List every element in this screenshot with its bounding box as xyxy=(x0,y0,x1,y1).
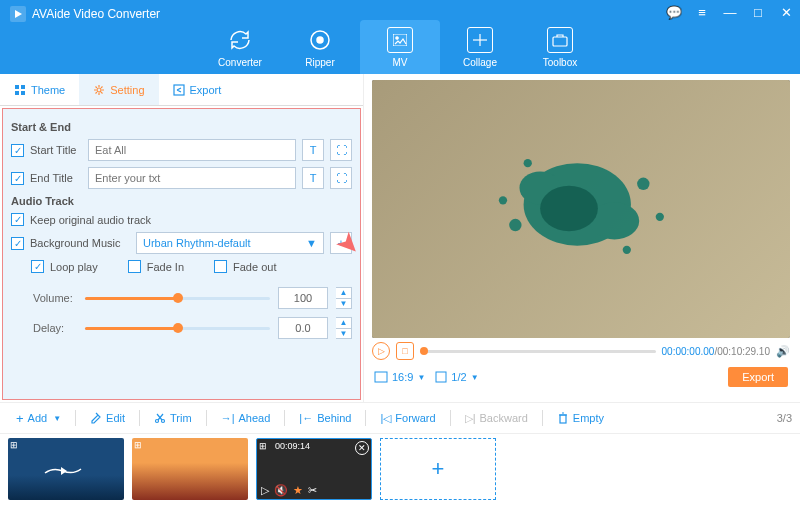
volume-label: Volume: xyxy=(33,292,77,304)
forward-button[interactable]: |◁Forward xyxy=(372,408,443,429)
add-clip-button[interactable]: + xyxy=(380,438,496,500)
nav-converter[interactable]: Converter xyxy=(200,20,280,74)
video-preview[interactable] xyxy=(372,80,790,338)
mute-icon[interactable]: 🔇 xyxy=(274,484,288,497)
time-display: 00:00:00.00/00:10:29.10 xyxy=(662,346,770,357)
scissors-icon[interactable]: ✂ xyxy=(308,484,317,497)
settings-panel: Start & End ✓ Start Title T ⛶ ✓ End Titl… xyxy=(2,108,361,400)
end-title-input[interactable] xyxy=(88,167,296,189)
end-title-expand-button[interactable]: ⛶ xyxy=(330,167,352,189)
playback-bar: ▷ □ 00:00:00.00/00:10:29.10 🔊 xyxy=(372,338,790,364)
window-controls: 💬 ≡ — □ ✕ xyxy=(666,4,794,20)
nav-toolbox[interactable]: Toolbox xyxy=(520,20,600,74)
title-area: AVAide Video Converter xyxy=(0,0,170,28)
clip-thumbnail-2[interactable]: ⊞ xyxy=(132,438,248,500)
svg-point-12 xyxy=(97,88,101,92)
maximize-icon[interactable]: □ xyxy=(750,4,766,20)
bg-music-checkbox[interactable]: ✓ xyxy=(11,237,24,250)
delay-value[interactable]: 0.0 xyxy=(278,317,328,339)
svg-point-18 xyxy=(637,178,649,190)
chevron-down-icon: ▼ xyxy=(306,237,317,249)
feedback-icon[interactable]: 💬 xyxy=(666,4,682,20)
svg-rect-11 xyxy=(21,91,25,95)
clip-thumbnail-3-selected[interactable]: ⊞ 00:09:14 ✕ ▷ 🔇 ★ ✂ xyxy=(256,438,372,500)
export-button[interactable]: Export xyxy=(728,367,788,387)
volume-icon[interactable]: 🔊 xyxy=(776,345,790,358)
delay-row: Delay: 0.0 ▲▼ xyxy=(11,317,352,339)
tab-setting[interactable]: Setting xyxy=(79,74,158,105)
bg-music-dropdown[interactable]: Urban Rhythm-default ▼ xyxy=(136,232,324,254)
close-icon[interactable]: ✕ xyxy=(778,4,794,20)
volume-slider[interactable] xyxy=(85,297,270,300)
empty-button[interactable]: Empty xyxy=(549,408,612,428)
grid-icon: ⊞ xyxy=(259,441,267,451)
clip-action-icons: ▷ 🔇 ★ ✂ xyxy=(261,484,317,497)
page-indicator: 3/3 xyxy=(777,412,792,424)
volume-spinner[interactable]: ▲▼ xyxy=(336,287,352,309)
delay-label: Delay: xyxy=(33,322,77,334)
ahead-button[interactable]: →|Ahead xyxy=(213,408,279,428)
stop-button[interactable]: □ xyxy=(396,342,414,360)
tab-theme[interactable]: Theme xyxy=(0,74,79,105)
delay-slider[interactable] xyxy=(85,327,270,330)
play-button[interactable]: ▷ xyxy=(372,342,390,360)
nav-ripper[interactable]: Ripper xyxy=(280,20,360,74)
zoom-dropdown[interactable]: 1/2 ▼ xyxy=(435,371,478,383)
right-pane: ▷ □ 00:00:00.00/00:10:29.10 🔊 16:9 ▼ 1/2… xyxy=(364,74,800,402)
grid-icon: ⊞ xyxy=(134,440,142,450)
start-title-row: ✓ Start Title T ⛶ xyxy=(11,139,352,161)
fade-out-checkbox[interactable] xyxy=(214,260,227,273)
svg-rect-13 xyxy=(174,85,184,95)
svg-rect-9 xyxy=(21,85,25,89)
collage-icon xyxy=(467,27,493,53)
preview-splash-graphic xyxy=(456,126,707,291)
content-area: Theme Setting Export Start & End ✓ Start… xyxy=(0,74,800,402)
clip-thumbnail-1[interactable]: ⊞ xyxy=(8,438,124,500)
start-title-text-style-button[interactable]: T xyxy=(302,139,324,161)
fade-in-checkbox[interactable] xyxy=(128,260,141,273)
svg-marker-0 xyxy=(15,10,22,18)
volume-row: Volume: 100 ▲▼ xyxy=(11,287,352,309)
tab-export[interactable]: Export xyxy=(159,74,236,105)
end-title-row: ✓ End Title T ⛶ xyxy=(11,167,352,189)
delay-spinner[interactable]: ▲▼ xyxy=(336,317,352,339)
nav-collage[interactable]: Collage xyxy=(440,20,520,74)
fade-in-label: Fade In xyxy=(147,261,184,273)
behind-button[interactable]: |←Behind xyxy=(291,408,359,428)
app-title: AVAide Video Converter xyxy=(32,7,160,21)
thumbnail-row: ⊞ ⊞ ⊞ 00:09:14 ✕ ▷ 🔇 ★ ✂ + xyxy=(0,434,800,504)
star-icon[interactable]: ★ xyxy=(293,484,303,497)
nav-mv[interactable]: MV xyxy=(360,20,440,74)
bg-music-add-button[interactable]: + xyxy=(330,232,352,254)
loop-checkbox[interactable]: ✓ xyxy=(31,260,44,273)
fade-out-label: Fade out xyxy=(233,261,276,273)
chevron-down-icon: ▼ xyxy=(471,373,479,382)
svg-point-20 xyxy=(523,159,531,167)
start-title-expand-button[interactable]: ⛶ xyxy=(330,139,352,161)
backward-button: ▷|Backward xyxy=(457,408,536,429)
chevron-down-icon: ▼ xyxy=(417,373,425,382)
volume-value[interactable]: 100 xyxy=(278,287,328,309)
edit-button[interactable]: Edit xyxy=(82,408,133,428)
add-button[interactable]: +Add▼ xyxy=(8,407,69,430)
svg-point-21 xyxy=(655,213,663,221)
svg-rect-7 xyxy=(553,37,567,46)
svg-rect-8 xyxy=(15,85,19,89)
remove-clip-button[interactable]: ✕ xyxy=(355,441,369,455)
bg-music-row: ✓ Background Music Urban Rhythm-default … xyxy=(11,232,352,254)
preview-options: 16:9 ▼ 1/2 ▼ Export xyxy=(372,364,790,390)
keep-original-checkbox[interactable]: ✓ xyxy=(11,213,24,226)
app-header: AVAide Video Converter 💬 ≡ — □ ✕ Convert… xyxy=(0,0,800,74)
end-title-checkbox[interactable]: ✓ xyxy=(11,172,24,185)
svg-rect-25 xyxy=(436,372,446,382)
start-title-input[interactable] xyxy=(88,139,296,161)
minimize-icon[interactable]: — xyxy=(722,4,738,20)
menu-icon[interactable]: ≡ xyxy=(694,4,710,20)
aspect-ratio-dropdown[interactable]: 16:9 ▼ xyxy=(374,371,425,383)
end-title-text-style-button[interactable]: T xyxy=(302,167,324,189)
start-title-checkbox[interactable]: ✓ xyxy=(11,144,24,157)
audio-track-heading: Audio Track xyxy=(11,195,352,207)
trim-button[interactable]: Trim xyxy=(146,408,200,428)
seek-slider[interactable] xyxy=(420,350,656,353)
play-icon[interactable]: ▷ xyxy=(261,484,269,497)
